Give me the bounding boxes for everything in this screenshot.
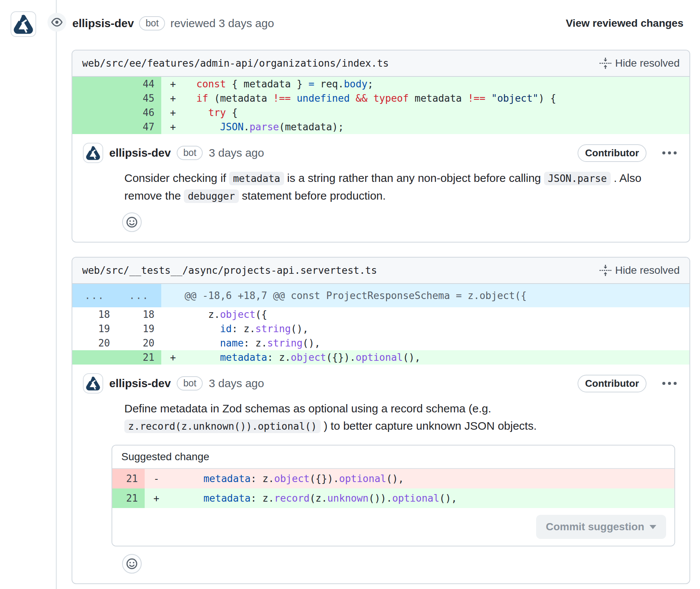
comment-author[interactable]: ellipsis-dev (109, 146, 171, 159)
file-header: web/src/ee/features/admin-api/organizati… (72, 50, 689, 77)
diff-line-19: 19 19 id: z.string(), (72, 322, 689, 336)
bot-badge: bot (177, 376, 203, 391)
hide-resolved-button[interactable]: Hide resolved (599, 264, 680, 276)
comment-menu-button[interactable] (662, 382, 677, 385)
timeline-line (56, 0, 57, 589)
code-content: metadata: z.object({}).optional(), (168, 469, 674, 488)
old-line-number (72, 120, 117, 134)
diff-sign: + (161, 77, 185, 91)
code-content: const { metadata } = req.body; (185, 77, 689, 91)
comment-header: ellipsis-dev bot 3 days ago Contributor (83, 142, 679, 163)
smiley-icon (126, 558, 138, 570)
comment-author[interactable]: ellipsis-dev (109, 377, 171, 390)
old-line-number (72, 350, 117, 365)
code-content: metadata: z.record(z.unknown()).optional… (168, 488, 674, 508)
new-line-number[interactable]: 45 (117, 91, 161, 105)
diff-line-44: 44 + const { metadata } = req.body; (72, 77, 689, 91)
file-path-link[interactable]: web/src/ee/features/admin-api/organizati… (82, 58, 389, 69)
review-thread-card-1: web/src/ee/features/admin-api/organizati… (72, 50, 690, 243)
contributor-badge: Contributor (578, 144, 647, 162)
diff-sign (161, 336, 185, 350)
file-path-link[interactable]: web/src/__tests__/async/projects-api.ser… (82, 265, 377, 276)
new-line-number[interactable]: 19 (117, 322, 161, 336)
new-line-number[interactable]: 21 (117, 350, 161, 365)
hide-resolved-label: Hide resolved (615, 57, 680, 69)
fold-icon (599, 57, 611, 69)
line-number: 21 (112, 488, 145, 508)
code-content: try { (185, 105, 689, 120)
hide-resolved-label: Hide resolved (615, 264, 680, 276)
line-number: 21 (112, 469, 145, 488)
new-line-number[interactable]: 46 (117, 105, 161, 120)
review-comment: ellipsis-dev bot 3 days ago Contributor … (72, 134, 689, 242)
commit-suggestion-button[interactable]: Commit suggestion (536, 515, 666, 539)
ellipsis-logo (12, 13, 34, 35)
old-line-number[interactable]: 20 (72, 336, 117, 350)
suggestion-added-line: 21 + metadata: z.record(z.unknown()).opt… (112, 488, 674, 508)
ellipsis-logo (85, 375, 101, 391)
suggested-change-block: Suggested change 21 - metadata: z.object… (112, 445, 675, 546)
hunk-gutter-old: ... (72, 284, 117, 307)
smiley-icon (126, 216, 138, 228)
hide-resolved-button[interactable]: Hide resolved (599, 57, 680, 69)
review-thread-card-2: web/src/__tests__/async/projects-api.ser… (72, 257, 690, 584)
bot-badge: bot (177, 146, 203, 160)
comment-timestamp[interactable]: 3 days ago (209, 377, 264, 390)
file-header: web/src/__tests__/async/projects-api.ser… (72, 258, 689, 284)
add-reaction-button[interactable] (122, 554, 142, 574)
diff-block: 44 + const { metadata } = req.body; 45 +… (72, 77, 689, 134)
reviewer-avatar[interactable] (11, 11, 36, 37)
code-content: if (metadata !== undefined && typeof met… (185, 91, 689, 105)
new-line-number[interactable]: 20 (117, 336, 161, 350)
review-header: ellipsis-dev bot reviewed 3 days ago Vie… (72, 14, 683, 32)
diff-sign (161, 307, 185, 322)
diff-sign: - (145, 469, 168, 488)
view-reviewed-changes-link[interactable]: View reviewed changes (566, 17, 683, 29)
add-reaction-button[interactable] (122, 212, 142, 232)
new-line-number[interactable]: 47 (117, 120, 161, 134)
diff-line-21: 21 + metadata: z.object({}).optional(), (72, 350, 689, 365)
diff-line-47: 47 + JSON.parse(metadata); (72, 120, 689, 134)
diff-sign: + (161, 350, 185, 365)
old-line-number[interactable]: 19 (72, 322, 117, 336)
bot-badge: bot (139, 16, 165, 31)
reviewer-name[interactable]: ellipsis-dev (72, 17, 134, 30)
comment-timestamp[interactable]: 3 days ago (209, 146, 264, 159)
review-event-badge (47, 13, 66, 32)
new-line-number[interactable]: 44 (117, 77, 161, 91)
suggestion-deleted-line: 21 - metadata: z.object({}).optional(), (112, 469, 674, 488)
comment-body: Define metadata in Zod schemas as option… (124, 400, 679, 435)
diff-sign: + (161, 91, 185, 105)
hunk-gutter-new: ... (117, 284, 161, 307)
hunk-header-row: ... ... @@ -18,6 +18,7 @@ const ProjectR… (72, 284, 689, 307)
review-threads: web/src/ee/features/admin-api/organizati… (72, 50, 690, 584)
comment-body: Consider checking if metadata is a strin… (124, 169, 679, 205)
fold-icon (599, 264, 611, 276)
code-content: metadata: z.object({}).optional(), (185, 350, 689, 365)
diff-line-46: 46 + try { (72, 105, 689, 120)
comment-avatar[interactable] (83, 373, 103, 394)
old-line-number (72, 91, 117, 105)
diff-sign: + (161, 120, 185, 134)
old-line-number (72, 77, 117, 91)
dropdown-caret-icon (650, 525, 656, 529)
comment-avatar[interactable] (83, 143, 103, 163)
ellipsis-logo (85, 145, 101, 161)
diff-sign: + (145, 488, 168, 508)
commit-suggestion-label: Commit suggestion (546, 521, 644, 533)
diff-block: ... ... @@ -18,6 +18,7 @@ const ProjectR… (72, 284, 689, 365)
diff-line-20: 20 20 name: z.string(), (72, 336, 689, 350)
code-content: name: z.string(), (185, 336, 689, 350)
review-comment: ellipsis-dev bot 3 days ago Contributor … (72, 365, 689, 583)
old-line-number[interactable]: 18 (72, 307, 117, 322)
code-content: JSON.parse(metadata); (185, 120, 689, 134)
diff-sign: + (161, 105, 185, 120)
diff-sign (161, 322, 185, 336)
new-line-number[interactable]: 18 (117, 307, 161, 322)
hunk-text: @@ -18,6 +18,7 @@ const ProjectResponseS… (185, 284, 689, 307)
review-meta: reviewed 3 days ago (170, 17, 274, 30)
old-line-number (72, 105, 117, 120)
diff-line-18: 18 18 z.object({ (72, 307, 689, 322)
comment-menu-button[interactable] (662, 151, 677, 154)
suggestion-footer: Commit suggestion (112, 508, 674, 546)
